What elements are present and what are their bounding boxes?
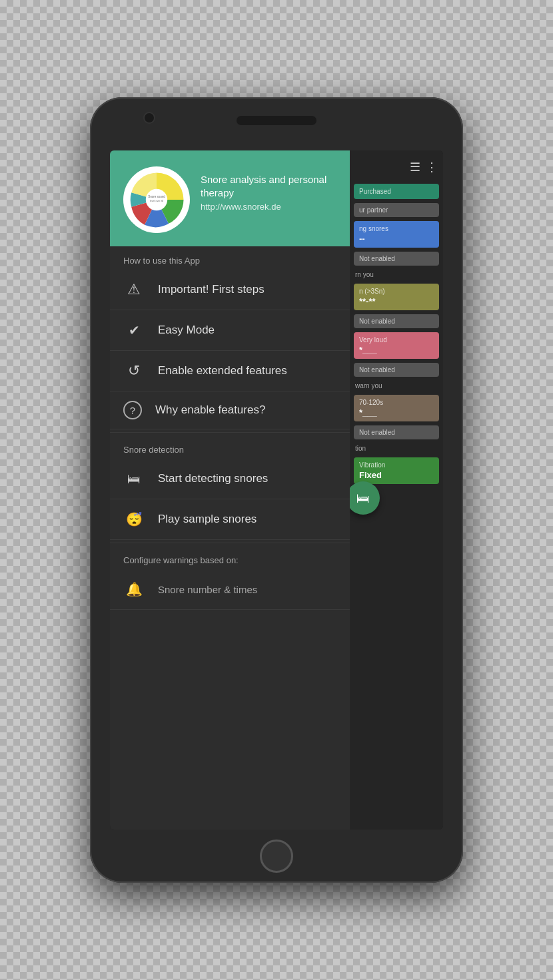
camera <box>143 112 155 124</box>
app-title: Snore analysis and personal therapy <box>201 173 336 199</box>
sidebar-not-enabled-4: Not enabled <box>354 425 439 439</box>
sidebar-tion: tion <box>350 443 443 453</box>
menu-label-easy-mode: Easy Mode <box>158 324 215 337</box>
app-url: http://www.snorek.de <box>201 202 336 212</box>
menu-item-start-detecting[interactable]: 🛏 Start detecting snores <box>110 459 350 499</box>
phone-top-bar <box>90 97 463 150</box>
sidebar-not-enabled-1: Not enabled <box>354 252 439 266</box>
sidebar-label-loud: Very loud <box>359 336 434 344</box>
checkmark-icon: ✔ <box>123 320 145 341</box>
menu-item-snore-number[interactable]: 🔔 Snore number & times <box>110 569 350 610</box>
app-icon: Snore sound level over all <box>123 166 190 233</box>
list-icon[interactable]: ☰ <box>410 160 420 174</box>
menu-label-why-features: Why enable features? <box>155 403 265 417</box>
sidebar-card-vibration: Vibration Fixed <box>354 457 439 484</box>
menu-item-first-steps[interactable]: ⚠ Important! First steps <box>110 270 350 310</box>
sidebar-value-loud: *___ <box>359 345 434 355</box>
sidebar-not-enabled-3: Not enabled <box>354 363 439 377</box>
phone-device: Snore sound level over all Snore analysi… <box>90 97 463 883</box>
menu-label-snore-number: Snore number & times <box>158 584 257 595</box>
sidebar-value-timing: *___ <box>359 407 434 417</box>
sidebar-card-sn: n (>3Sn) **-** <box>354 284 439 310</box>
right-sidebar: ☰ ⋮ Purchased ur partner ng snores -- No… <box>350 150 443 830</box>
bed-icon: 🛏 <box>123 468 145 489</box>
sidebar-card-loud: Very loud *___ <box>354 332 439 359</box>
fab-button[interactable]: 🛏 <box>350 481 380 515</box>
sleep-face-icon: 😴 <box>123 509 145 530</box>
header-banner: Snore sound level over all Snore analysi… <box>110 150 350 246</box>
sidebar-label-snores: ng snores <box>359 225 434 232</box>
sidebar-label-vibration: Vibration <box>359 461 434 469</box>
bell-icon: 🔔 <box>123 579 145 600</box>
configure-heading: Configure warnings based on: <box>110 546 350 569</box>
sidebar-value-snores: -- <box>359 234 434 244</box>
sidebar-value-sn: **-** <box>359 296 434 306</box>
fab-bed-icon: 🛏 <box>356 491 370 506</box>
sidebar-card-snores: ng snores -- <box>354 221 439 248</box>
how-to-use-heading: How to use this App <box>110 246 350 270</box>
phone-bottom <box>260 830 293 883</box>
refresh-icon: ↺ <box>123 360 145 381</box>
header-text: Snore analysis and personal therapy http… <box>201 166 336 212</box>
menu-item-easy-mode[interactable]: ✔ Easy Mode <box>110 310 350 351</box>
menu-item-why-features[interactable]: ? Why enable features? <box>110 391 350 429</box>
sidebar-not-enabled-2: Not enabled <box>354 314 439 328</box>
svg-text:Snore sound: Snore sound <box>148 195 165 198</box>
menu-label-play-sample: Play sample snores <box>158 513 257 526</box>
sidebar-label-sn: n (>3Sn) <box>359 288 434 295</box>
sidebar-label-timing: 70-120s <box>359 399 434 406</box>
menu-label-extended-features: Enable extended features <box>158 364 287 377</box>
question-icon: ? <box>123 401 142 419</box>
snore-detection-heading: Snore detection <box>110 435 350 459</box>
home-button[interactable] <box>260 840 293 873</box>
sidebar-value-vibration: Fixed <box>359 470 434 480</box>
warning-icon: ⚠ <box>123 279 145 300</box>
sidebar-label-purchased: Purchased <box>359 188 434 195</box>
speaker <box>237 116 316 125</box>
menu-item-play-sample[interactable]: 😴 Play sample snores <box>110 499 350 540</box>
main-content: Snore sound level over all Snore analysi… <box>110 150 350 830</box>
section-divider-2 <box>110 543 350 543</box>
menu-label-start-detecting: Start detecting snores <box>158 472 268 485</box>
more-icon[interactable]: ⋮ <box>426 160 438 174</box>
sidebar-card-timing: 70-120s *___ <box>354 395 439 421</box>
sidebar-card-purchased: Purchased <box>354 184 439 199</box>
sidebar-partner: ur partner <box>354 203 439 217</box>
sidebar-top-icons: ☰ ⋮ <box>350 157 443 180</box>
phone-screen: Snore sound level over all Snore analysi… <box>110 150 443 830</box>
svg-text:level over all: level over all <box>150 200 163 202</box>
sidebar-warn: rn you <box>350 270 443 280</box>
menu-item-extended-features[interactable]: ↺ Enable extended features <box>110 351 350 391</box>
menu-label-first-steps: Important! First steps <box>158 283 265 296</box>
section-divider <box>110 432 350 433</box>
sidebar-warn2: warn you <box>350 381 443 391</box>
